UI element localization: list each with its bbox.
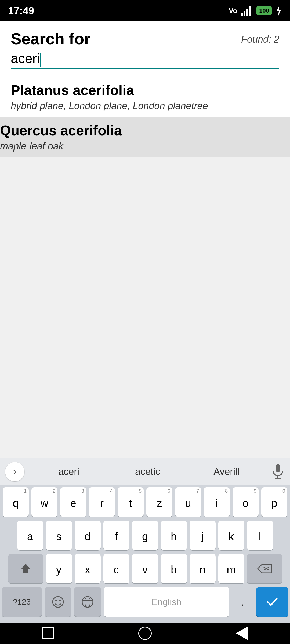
nav-back-button[interactable] [232,627,251,640]
key-g[interactable]: g [132,521,158,550]
key-w[interactable]: 2 w [31,487,57,517]
status-icons: Vo 100 [229,5,282,16]
suggestion-1[interactable]: aceri [30,463,108,480]
nav-bar [0,623,290,644]
mic-button[interactable] [266,464,290,480]
charging-icon [276,5,282,16]
svg-rect-0 [241,13,243,16]
key-p[interactable]: 0 p [261,487,287,517]
volte-icon: Vo [229,7,237,15]
suggestion-3[interactable]: Averill [187,463,266,480]
checkmark-icon [266,595,279,609]
shift-key[interactable] [8,554,43,583]
key-row-1: 1 q 2 w 3 e 4 r 5 t 6 z [2,487,288,517]
nav-recent-icon [42,627,54,639]
key-m[interactable]: m [218,554,244,583]
result-common-1: hybrid plane, London plane, London plane… [11,100,279,112]
key-h[interactable]: h [161,521,187,550]
svg-rect-5 [276,464,280,472]
space-label: English [151,597,182,607]
svg-point-17 [85,597,90,607]
key-s[interactable]: s [46,521,72,550]
status-time: 17:49 [8,5,34,17]
suggestions-bar: › aceri acetic Averill [0,458,290,485]
emoji-key[interactable]: , [45,587,71,617]
keyboard-rows: 1 q 2 w 3 e 4 r 5 t 6 z [0,485,290,623]
signal-icon [241,5,253,16]
key-row-bottom: ?123 , English [2,587,288,617]
search-query[interactable]: aceri [11,51,41,67]
num-switch-key[interactable]: ?123 [2,587,42,617]
delete-icon [257,563,272,574]
mic-icon [271,464,285,480]
key-e[interactable]: 3 e [60,487,86,517]
suggestion-items: aceri acetic Averill [30,463,266,480]
nav-back-icon [236,627,248,640]
key-o[interactable]: 9 o [233,487,259,517]
svg-point-13 [55,600,57,601]
period-key[interactable]: . [232,587,253,617]
search-for-label: Search for [11,30,90,48]
key-j[interactable]: j [190,521,216,550]
shift-icon [20,563,32,575]
result-name-1: Platanus acerifolia [11,82,279,98]
enter-key[interactable] [256,587,288,617]
key-u[interactable]: 7 u [175,487,201,517]
key-row-3: y x c v b n m [2,554,288,583]
search-section: Search for Found: 2 aceri Platanus aceri… [0,21,290,157]
key-r[interactable]: 4 r [89,487,115,517]
result-item-1[interactable]: Platanus acerifolia hybrid plane, London… [0,77,290,117]
svg-rect-2 [246,9,248,16]
key-k[interactable]: k [218,521,244,550]
globe-key[interactable] [74,587,101,617]
key-f[interactable]: f [103,521,129,550]
status-bar: 17:49 Vo 100 [0,0,290,21]
delete-key[interactable] [247,554,282,583]
search-header: Search for Found: 2 [11,30,279,48]
emoji-icon: , [51,595,65,609]
result-common-2: maple-leaf oak [0,141,290,152]
key-row-2: a s d f g h j k l [2,521,288,550]
svg-point-14 [59,600,61,601]
svg-rect-1 [244,11,245,16]
svg-point-16 [82,597,93,607]
period-label: . [241,596,244,608]
key-i[interactable]: 8 i [204,487,230,517]
key-v[interactable]: v [132,554,158,583]
nav-home-icon [138,627,152,640]
svg-marker-9 [258,564,272,573]
key-c[interactable]: c [103,554,129,583]
suggestion-expand[interactable]: › [3,462,27,481]
key-y[interactable]: y [46,554,72,583]
found-count: Found: 2 [241,34,279,45]
result-name-2: Quercus acerifolia [0,122,290,138]
svg-text:,: , [58,601,59,604]
expand-suggestions-button[interactable]: › [5,462,24,481]
num-switch-label: ?123 [13,597,31,606]
key-d[interactable]: d [75,521,101,550]
search-input-wrapper[interactable]: aceri [11,51,279,69]
chevron-right-icon: › [13,466,16,477]
nav-recent-button[interactable] [39,627,58,640]
key-l[interactable]: l [247,521,273,550]
svg-marker-8 [21,564,31,573]
nav-home-button[interactable] [136,627,154,640]
battery-indicator: 100 [256,6,272,15]
key-q[interactable]: 1 q [3,487,29,517]
svg-rect-3 [249,6,251,16]
key-z[interactable]: 6 z [146,487,172,517]
key-x[interactable]: x [75,554,101,583]
keyboard: › aceri acetic Averill 1 q 2 [0,458,290,623]
globe-icon [81,595,94,609]
key-b[interactable]: b [161,554,187,583]
key-t[interactable]: 5 t [118,487,144,517]
result-item-2[interactable]: Quercus acerifolia maple-leaf oak [0,117,290,157]
svg-marker-4 [277,5,281,16]
key-a[interactable]: a [17,521,43,550]
suggestion-2[interactable]: acetic [108,463,187,480]
search-results: Platanus acerifolia hybrid plane, London… [0,77,290,157]
space-key[interactable]: English [104,587,229,617]
key-n[interactable]: n [190,554,216,583]
